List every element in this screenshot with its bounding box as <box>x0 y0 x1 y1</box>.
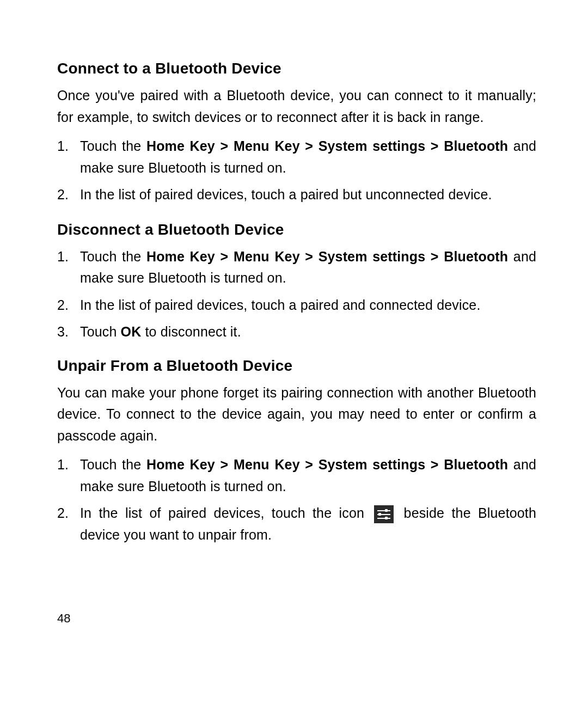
list-item: Touch the Home Key > Menu Key > System s… <box>57 454 536 497</box>
paragraph-connect-intro: Once you've paired with a Bluetooth devi… <box>57 85 536 128</box>
list-item: In the list of paired devices, touch a p… <box>57 184 536 206</box>
list-item: In the list of paired devices, touch the… <box>57 503 536 546</box>
step-text: Touch the <box>80 138 146 154</box>
heading-disconnect: Disconnect a Bluetooth Device <box>57 221 536 238</box>
step-text: Touch the <box>80 249 146 264</box>
list-item: Touch OK to disconnect it. <box>57 321 536 343</box>
paragraph-unpair-intro: You can make your phone forget its pairi… <box>57 382 536 447</box>
list-unpair: Touch the Home Key > Menu Key > System s… <box>57 454 536 546</box>
step-text: In the list of paired devices, touch the… <box>80 505 371 521</box>
settings-sliders-icon <box>374 505 394 523</box>
list-connect: Touch the Home Key > Menu Key > System s… <box>57 136 536 206</box>
step-text: to disconnect it. <box>141 324 241 339</box>
step-text: Touch the <box>80 457 146 472</box>
page-number: 48 <box>57 611 70 626</box>
step-text: Touch <box>80 324 121 339</box>
step-bold: Home Key > Menu Key > System settings > … <box>146 138 508 154</box>
list-item: Touch the Home Key > Menu Key > System s… <box>57 136 536 179</box>
list-item: Touch the Home Key > Menu Key > System s… <box>57 246 536 289</box>
list-item: In the list of paired devices, touch a p… <box>57 295 536 316</box>
heading-connect: Connect to a Bluetooth Device <box>57 60 536 77</box>
list-disconnect: Touch the Home Key > Menu Key > System s… <box>57 246 536 343</box>
step-bold: OK <box>121 324 142 339</box>
step-bold: Home Key > Menu Key > System settings > … <box>146 457 508 472</box>
heading-unpair: Unpair From a Bluetooth Device <box>57 357 536 375</box>
step-bold: Home Key > Menu Key > System settings > … <box>146 249 508 264</box>
